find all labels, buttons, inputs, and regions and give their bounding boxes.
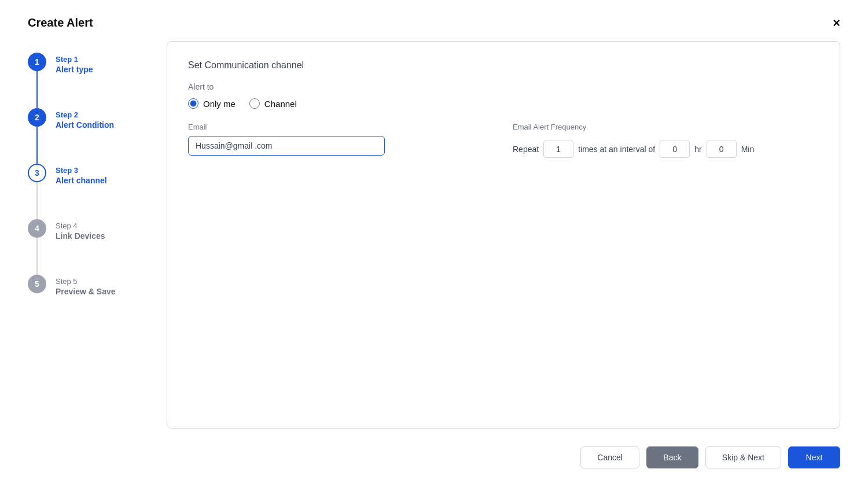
content-panel: Set Communication channel Alert to Only … [167,41,840,429]
step-3-sublabel: Alert channel [56,176,107,185]
footer: Cancel Back Skip & Next Next [0,435,868,480]
step-1-label: Step 1 [56,55,93,64]
skip-next-button[interactable]: Skip & Next [705,446,781,468]
radio-channel-label: Channel [264,99,297,109]
step-3-label: Step 3 [56,166,107,175]
step-4-line [36,238,38,275]
step-2-line [36,127,38,164]
radio-channel[interactable]: Channel [249,98,297,109]
repeat-input[interactable] [543,141,573,158]
frequency-label: Email Alert Frequency [513,123,819,131]
page-title: Create Alert [28,16,93,29]
step-4-sublabel: Link Devices [56,231,105,241]
repeat-label: Repeat [513,145,539,154]
alert-to-label: Alert to [188,82,819,91]
email-input[interactable] [188,136,385,156]
hr-input[interactable] [660,141,690,158]
step-1: 1 Step 1 Alert type [28,53,144,108]
step-3: 3 Step 3 Alert channel [28,164,144,219]
step-5-sublabel: Preview & Save [56,287,116,296]
step-3-line [36,182,38,219]
step-2-sublabel: Alert Condition [56,120,114,130]
radio-only-me-label: Only me [203,99,236,109]
cancel-button[interactable]: Cancel [580,446,639,468]
min-label: Min [741,145,755,154]
back-button[interactable]: Back [646,446,698,468]
step-1-sublabel: Alert type [56,65,93,74]
repeat-row: Repeat times at an interval of hr Min [513,141,819,158]
hr-label: hr [694,145,701,154]
min-input[interactable] [707,141,737,158]
close-button[interactable]: × [833,17,840,29]
step-2: 2 Step 2 Alert Condition [28,108,144,164]
step-4-circle: 4 [28,219,46,238]
email-section: Email [188,123,494,156]
step-2-circle: 2 [28,108,46,127]
stepper: 1 Step 1 Alert type 2 Step 2 Alert Condi… [28,41,144,429]
frequency-section: Email Alert Frequency Repeat times at an… [513,123,819,158]
step-4-label: Step 4 [56,221,105,230]
step-5-label: Step 5 [56,277,116,286]
step-3-circle: 3 [28,164,46,182]
step-1-line [36,71,38,108]
step-5-circle: 5 [28,275,46,293]
step-2-label: Step 2 [56,110,114,119]
alert-to-radio-group: Only me Channel [188,98,819,109]
panel-title: Set Communication channel [188,60,819,71]
times-interval-label: times at an interval of [578,145,655,154]
radio-channel-input[interactable] [249,98,260,109]
radio-only-me-input[interactable] [188,98,198,109]
step-5: 5 Step 5 Preview & Save [28,275,144,296]
step-1-circle: 1 [28,53,46,71]
radio-only-me[interactable]: Only me [188,98,236,109]
next-button[interactable]: Next [788,446,840,468]
email-field-label: Email [188,123,494,131]
step-4: 4 Step 4 Link Devices [28,219,144,275]
